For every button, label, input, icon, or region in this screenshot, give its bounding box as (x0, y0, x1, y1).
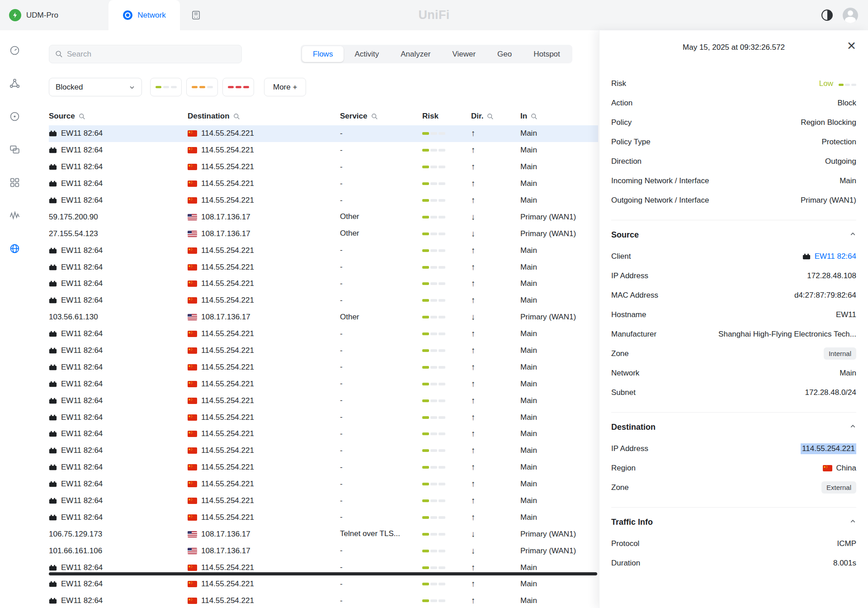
search-icon (487, 113, 494, 120)
flow-row[interactable]: EW11 82:64114.55.254.221-↑Main (49, 292, 598, 309)
flag-china-icon (188, 381, 197, 387)
destination-ip: 114.55.254.221 (201, 129, 254, 138)
flag-china-icon (188, 498, 197, 504)
arrow-up-icon: ↑ (471, 396, 476, 406)
tab-geo[interactable]: Geo (486, 46, 523, 62)
flag-china-icon (823, 465, 832, 471)
sidebar-item-apps[interactable] (6, 174, 23, 190)
flow-row[interactable]: 103.56.61.130108.17.136.17Other↓Primary … (49, 309, 598, 326)
panel-field-ip-address: IP Address172.28.48.108 (611, 266, 856, 285)
section-header-traffic-info[interactable]: Traffic Info (611, 510, 856, 534)
flow-row[interactable]: EW11 82:64114.55.254.221-↑Main (49, 359, 598, 375)
collapse-chevron[interactable] (849, 423, 856, 432)
user-avatar[interactable] (843, 8, 858, 23)
arrow-down-icon: ↓ (471, 546, 476, 556)
flow-destination: 114.55.254.221 (188, 429, 340, 438)
section-header-source[interactable]: Source (611, 223, 856, 247)
panel-summary: RiskLowActionBlockPolicyRegion BlockingP… (611, 74, 856, 210)
risk-segment (430, 449, 437, 452)
flow-row[interactable]: 106.75.129.173108.17.136.17Telnet over T… (49, 526, 598, 542)
device-icon (49, 414, 57, 421)
column-search-icon[interactable] (487, 113, 494, 120)
close-icon[interactable]: ✕ (847, 40, 856, 52)
column-search-icon[interactable] (79, 113, 85, 120)
flow-row[interactable]: EW11 82:64114.55.254.221-↑Main (49, 159, 598, 176)
flow-row[interactable]: EW11 82:64114.55.254.221-↑Main (49, 593, 598, 608)
collapse-chevron[interactable] (849, 518, 856, 527)
collapse-chevron[interactable] (849, 231, 856, 239)
flow-row[interactable]: EW11 82:64114.55.254.221-↑Main (49, 176, 598, 192)
tab-activity[interactable]: Activity (344, 46, 390, 62)
sidebar-item-topology[interactable] (6, 75, 23, 91)
flag-china-icon (188, 247, 197, 254)
device-icon (802, 253, 811, 260)
risk-chip-high[interactable] (222, 78, 254, 96)
flow-row[interactable]: EW11 82:64114.55.254.221-↑Main (49, 242, 598, 259)
flow-source: 27.155.54.123 (49, 229, 188, 238)
flow-destination: 108.17.136.17 (188, 213, 340, 222)
horizontal-scrollbar[interactable] (49, 572, 597, 575)
flow-row[interactable]: EW11 82:64114.55.254.221-↑Main (49, 426, 598, 442)
flow-row[interactable]: EW11 82:64114.55.254.221-↑Main (49, 375, 598, 392)
section-header-destination[interactable]: Destination (611, 415, 856, 439)
flag-china-icon (188, 130, 197, 137)
flow-row[interactable]: EW11 82:64114.55.254.221-↑Main (49, 392, 598, 409)
panel-label-ip-address: IP Address (611, 271, 648, 280)
search-box[interactable] (49, 45, 242, 63)
sidebar-item-security[interactable] (6, 240, 23, 256)
sidebar-rail (0, 30, 29, 608)
flow-row[interactable]: EW11 82:64114.55.254.221-↑Main (49, 276, 598, 292)
flow-network: Main (520, 563, 598, 572)
source-label: EW11 82:64 (61, 246, 103, 255)
column-label: Risk (422, 112, 439, 121)
flow-row[interactable]: EW11 82:64114.55.254.221-↑Main (49, 342, 598, 359)
tab-flows[interactable]: Flows (302, 46, 344, 62)
flow-row[interactable]: 101.66.161.106108.17.136.17-↓Primary (WA… (49, 542, 598, 559)
risk-segment (439, 432, 445, 435)
risk-segment (439, 383, 445, 385)
sidebar-item-dashboard[interactable] (6, 42, 23, 58)
flow-row[interactable]: EW11 82:64114.55.254.221-↑Main (49, 142, 598, 159)
search-input[interactable] (67, 50, 236, 59)
tab-analyzer[interactable]: Analyzer (390, 46, 441, 62)
flow-row[interactable]: EW11 82:64114.55.254.221-↑Main (49, 125, 598, 142)
flow-row[interactable]: EW11 82:64114.55.254.221-↑Main (49, 493, 598, 509)
flow-row[interactable]: EW11 82:64114.55.254.221-↑Main (49, 576, 598, 593)
risk-segment (422, 132, 429, 135)
flow-row[interactable]: EW11 82:64114.55.254.221-↑Main (49, 459, 598, 476)
flow-network: Main (520, 463, 598, 472)
flow-source: 106.75.129.173 (49, 530, 188, 539)
flow-row[interactable]: 59.175.200.90108.17.136.17Other↓Primary … (49, 209, 598, 225)
tab-viewer[interactable]: Viewer (441, 46, 486, 62)
tab-second-app[interactable] (181, 0, 211, 30)
risk-chip-low[interactable] (150, 78, 182, 96)
flow-row[interactable]: EW11 82:64114.55.254.221-↑Main (49, 509, 598, 526)
console-selector[interactable]: UDM-Pro (9, 0, 58, 30)
flow-row[interactable]: 27.155.54.123108.17.136.17Other↓Primary … (49, 225, 598, 242)
theme-toggle-icon[interactable] (821, 10, 833, 21)
risk-dash (243, 86, 249, 88)
column-search-icon[interactable] (371, 113, 378, 120)
flow-row[interactable]: EW11 82:64114.55.254.221-↑Main (49, 192, 598, 209)
risk-chip-medium[interactable] (186, 78, 218, 96)
column-search-icon[interactable] (233, 113, 240, 120)
sidebar-item-devices[interactable] (6, 108, 23, 124)
flow-row[interactable]: EW11 82:64114.55.254.221-↑Main (49, 409, 598, 426)
sidebar-item-insights[interactable] (6, 207, 23, 223)
column-search-icon[interactable] (531, 113, 538, 120)
flow-row[interactable]: EW11 82:64114.55.254.221-↑Main (49, 476, 598, 493)
flow-row[interactable]: EW11 82:64114.55.254.221-↑Main (49, 259, 598, 276)
flow-row[interactable]: EW11 82:64114.55.254.221-↑Main (49, 442, 598, 459)
client-link[interactable]: EW11 82:64 (802, 252, 856, 261)
flow-row[interactable]: EW11 82:64114.55.254.221-↑Main (49, 326, 598, 342)
source-label: 103.56.61.130 (49, 313, 98, 322)
tab-hotspot[interactable]: Hotspot (523, 46, 571, 62)
flow-source: EW11 82:64 (49, 263, 188, 272)
more-filters-button[interactable]: More + (264, 78, 306, 96)
tab-network-app[interactable]: Network (108, 0, 180, 30)
chevron-up-icon (849, 423, 856, 430)
sidebar-item-clients[interactable] (6, 141, 23, 157)
panel-field-action: ActionBlock (611, 93, 856, 113)
flow-filter-dropdown[interactable]: Blocked (49, 78, 142, 96)
panel-value-incoming-network-interface: Main (840, 176, 856, 185)
